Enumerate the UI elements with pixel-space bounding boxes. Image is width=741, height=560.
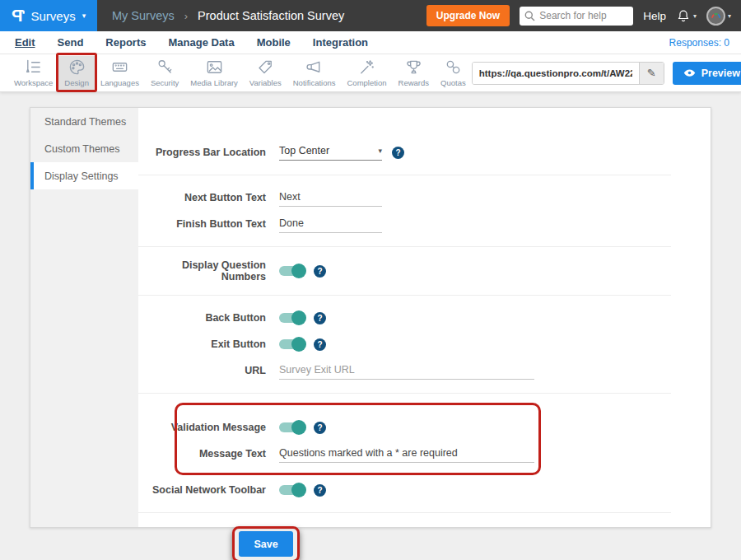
tool-rewards[interactable]: Rewards — [393, 56, 436, 90]
tool-media-library[interactable]: Media Library — [184, 56, 244, 90]
validation-annotation-box — [175, 403, 541, 475]
bell-icon — [676, 8, 691, 24]
chevron-down-icon: ▾ — [693, 12, 697, 20]
divider — [138, 512, 671, 513]
message-text-label: Message Text — [138, 448, 266, 460]
social-network-toolbar-toggle[interactable] — [279, 485, 304, 495]
languages-icon — [110, 58, 129, 77]
help-icon[interactable]: ? — [314, 484, 326, 497]
next-button-text-input[interactable] — [279, 189, 382, 207]
avatar — [706, 7, 725, 26]
survey-url-input[interactable] — [473, 63, 639, 84]
menu-item-reports[interactable]: Reports — [105, 36, 146, 49]
edit-toolbar: Workspace Design Languages Security Medi… — [0, 54, 741, 92]
divider — [138, 175, 671, 175]
chevron-down-icon: ▾ — [378, 147, 382, 155]
display-question-numbers-toggle[interactable] — [279, 266, 304, 276]
chevron-down-icon: ▾ — [82, 12, 86, 20]
tool-workspace[interactable]: Workspace — [8, 56, 58, 90]
account-menu[interactable]: ▾ — [706, 7, 731, 26]
menu-item-manage-data[interactable]: Manage Data — [168, 36, 234, 49]
upgrade-now-button[interactable]: Upgrade Now — [426, 5, 510, 26]
quotas-icon — [444, 58, 463, 77]
exit-url-input[interactable] — [279, 362, 534, 380]
media-library-icon — [205, 58, 224, 77]
sidebar-item-display-settings[interactable]: Display Settings — [30, 162, 138, 189]
validation-message-label: Validation Message — [138, 422, 266, 433]
help-icon[interactable]: ? — [392, 147, 404, 159]
progress-bar-location-row: Progress Bar Location Top Center ▾ ? — [138, 142, 671, 162]
help-icon[interactable]: ? — [314, 312, 326, 324]
save-button[interactable]: Save — [239, 531, 293, 557]
tool-notifications[interactable]: Notifications — [287, 56, 342, 90]
tool-quotas[interactable]: Quotas — [435, 56, 472, 90]
questionpro-logo-icon: Ƥ — [12, 7, 25, 26]
survey-menubar: Edit Send Reports Manage Data Mobile Int… — [0, 31, 741, 54]
help-link[interactable]: Help — [643, 10, 666, 22]
save-row: Save — [138, 531, 671, 557]
help-search — [520, 7, 633, 26]
product-menu-label: Surveys — [30, 9, 75, 23]
menu-item-edit[interactable]: Edit — [15, 36, 35, 49]
social-network-toolbar-label: Social Network Toolbar — [138, 484, 266, 496]
display-settings-panel: Standard Themes Custom Themes Display Se… — [30, 107, 711, 528]
validation-message-toggle[interactable] — [279, 422, 304, 432]
progress-bar-location-label: Progress Bar Location — [138, 147, 266, 158]
social-network-toolbar-row: Social Network Toolbar ? — [138, 480, 671, 500]
search-input[interactable] — [520, 7, 633, 26]
survey-url-group: ✎ — [472, 62, 664, 85]
breadcrumb-parent[interactable]: My Surveys — [112, 9, 175, 22]
product-switcher[interactable]: Ƥ Surveys ▾ — [0, 0, 97, 31]
eye-icon — [683, 68, 696, 77]
next-button-text-row: Next Button Text — [138, 188, 671, 208]
sidebar-item-custom-themes[interactable]: Custom Themes — [30, 135, 138, 162]
security-icon — [156, 58, 175, 77]
divider — [138, 393, 671, 394]
menu-item-mobile[interactable]: Mobile — [257, 36, 291, 49]
breadcrumb-separator-icon: › — [184, 10, 188, 22]
message-text-input[interactable] — [279, 446, 534, 463]
back-button-toggle[interactable] — [279, 313, 304, 323]
help-icon[interactable]: ? — [314, 265, 326, 278]
menu-item-integration[interactable]: Integration — [313, 36, 368, 49]
validation-message-row: Validation Message ? — [138, 418, 671, 437]
help-icon[interactable]: ? — [314, 422, 326, 434]
tool-languages[interactable]: Languages — [95, 56, 145, 90]
workspace-icon — [24, 58, 43, 77]
next-button-text-label: Next Button Text — [138, 192, 266, 203]
search-icon — [524, 11, 535, 21]
display-question-numbers-row: Display Question Numbers ? — [138, 259, 671, 282]
divider — [138, 295, 671, 296]
preview-button[interactable]: Preview — [673, 62, 741, 85]
finish-button-text-label: Finish Button Text — [138, 218, 266, 230]
breadcrumb: My Surveys › Product Satisfaction Survey — [112, 9, 344, 22]
message-text-row: Message Text — [138, 444, 671, 464]
menu-item-send[interactable]: Send — [58, 36, 84, 49]
variables-icon — [256, 58, 275, 77]
tool-variables[interactable]: Variables — [244, 56, 287, 90]
themes-sidebar: Standard Themes Custom Themes Display Se… — [30, 108, 138, 527]
help-icon[interactable]: ? — [314, 338, 326, 351]
completion-icon — [357, 58, 376, 77]
pencil-icon: ✎ — [647, 67, 656, 79]
gauge-logo-icon — [710, 10, 722, 22]
design-icon — [68, 58, 86, 77]
tool-completion[interactable]: Completion — [342, 56, 393, 90]
exit-button-row: Exit Button ? — [138, 334, 671, 354]
progress-bar-location-select[interactable]: Top Center ▾ — [279, 145, 382, 161]
finish-button-text-input[interactable] — [279, 216, 382, 233]
notifications-menu[interactable]: ▾ — [676, 8, 697, 24]
exit-url-label: URL — [138, 365, 266, 376]
back-button-label: Back Button — [138, 312, 266, 324]
display-settings-form: Progress Bar Location Top Center ▾ ? Nex… — [138, 108, 711, 527]
tool-security[interactable]: Security — [145, 56, 184, 90]
exit-button-label: Exit Button — [138, 338, 266, 350]
rewards-icon — [404, 58, 423, 77]
validation-section: Validation Message ? Message Text — [138, 406, 671, 474]
exit-button-toggle[interactable] — [279, 339, 304, 349]
tool-design[interactable]: Design — [58, 56, 95, 90]
responses-count[interactable]: Responses: 0 — [669, 37, 729, 49]
display-question-numbers-label: Display Question Numbers — [138, 259, 266, 282]
sidebar-item-standard-themes[interactable]: Standard Themes — [30, 108, 138, 135]
edit-url-button[interactable]: ✎ — [639, 63, 664, 84]
